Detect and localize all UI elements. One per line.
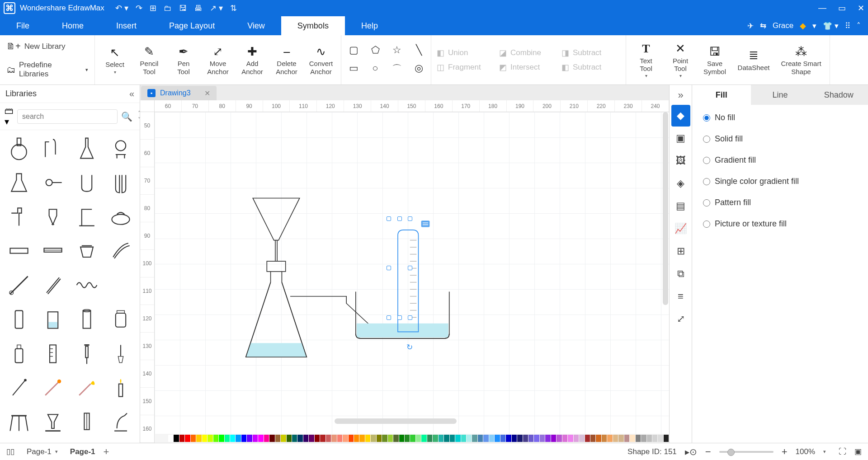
palette-swatch[interactable] <box>568 435 573 442</box>
user-dropdown-icon[interactable]: ▾ <box>812 21 816 31</box>
shape-tweezers[interactable] <box>37 270 70 300</box>
palette-swatch[interactable] <box>264 435 269 442</box>
shape-jar[interactable] <box>104 304 137 335</box>
menu-view[interactable]: View <box>231 16 281 35</box>
shape-tongs[interactable] <box>104 235 137 266</box>
palette-swatch[interactable] <box>275 435 280 442</box>
palette-swatch[interactable] <box>495 435 500 442</box>
palette-swatch[interactable] <box>664 435 669 442</box>
palette-swatch[interactable] <box>483 435 488 442</box>
shape-star[interactable]: ☆ <box>391 44 403 56</box>
palette-swatch[interactable] <box>579 435 584 442</box>
move-anchor-tool[interactable]: ⤢ Move Anchor <box>202 42 234 77</box>
palette-swatch[interactable] <box>500 435 505 442</box>
palette-swatch[interactable] <box>241 435 246 442</box>
shape-lit-match[interactable] <box>71 372 104 403</box>
shape-funnel-stand[interactable] <box>37 407 70 437</box>
drawing-canvas[interactable]: ↻ <box>155 112 669 434</box>
close-tab-icon[interactable]: ✕ <box>204 89 210 98</box>
menu-insert[interactable]: Insert <box>100 16 153 35</box>
palette-swatch[interactable] <box>517 435 522 442</box>
menu-home[interactable]: Home <box>46 16 100 35</box>
palette-swatch[interactable] <box>337 435 342 442</box>
palette-swatch[interactable] <box>427 435 432 442</box>
shape-thermometer-stand[interactable] <box>71 407 104 437</box>
canvas-vscrollbar[interactable] <box>663 112 668 305</box>
palette-swatch[interactable] <box>562 435 567 442</box>
palette-swatch[interactable] <box>213 435 218 442</box>
user-name[interactable]: Grace <box>773 21 793 30</box>
palette-swatch[interactable] <box>405 435 410 442</box>
export-icon[interactable]: ↗ ▾ <box>210 3 223 13</box>
single-gradient-fill-radio[interactable]: Single color gradient fill <box>703 177 857 186</box>
shape-line[interactable]: ╲ <box>413 44 425 56</box>
palette-swatch[interactable] <box>450 435 455 442</box>
collapse-libraries-icon[interactable]: « <box>129 89 134 99</box>
shadow-tab[interactable]: Shadow <box>809 85 868 105</box>
palette-swatch[interactable] <box>444 435 449 442</box>
chart-panel-icon[interactable]: 📈 <box>671 218 690 239</box>
shape-separating-funnel[interactable] <box>37 202 70 232</box>
palette-swatch[interactable] <box>613 435 618 442</box>
fit-page-icon[interactable]: ⛶ <box>839 447 846 456</box>
zoom-in-button[interactable]: + <box>782 446 788 458</box>
palette-swatch[interactable] <box>512 435 517 442</box>
shape-desiccator[interactable] <box>104 202 137 232</box>
open-file-icon[interactable]: 🗀 <box>164 4 172 13</box>
premium-badge-icon[interactable]: ◆ <box>800 21 806 31</box>
maximize-button[interactable]: ▭ <box>838 3 846 13</box>
shape-spiral[interactable]: ◎ <box>413 62 425 76</box>
palette-swatch[interactable] <box>523 435 528 442</box>
shape-bottle[interactable] <box>3 338 36 369</box>
zoom-value[interactable]: 100% <box>796 447 815 456</box>
shape-cylinder[interactable] <box>71 304 104 335</box>
shape-candle[interactable] <box>104 372 137 403</box>
palette-swatch[interactable] <box>478 435 483 442</box>
shape-beaker-filled[interactable] <box>37 304 70 335</box>
palette-swatch[interactable] <box>410 435 415 442</box>
fullscreen-icon[interactable]: ▣ <box>854 447 862 456</box>
grid-panel-icon[interactable]: ▣ <box>671 127 690 149</box>
canvas-hscrollbar[interactable] <box>335 418 457 424</box>
new-library-button[interactable]: 🗎+ New Library <box>4 39 91 53</box>
save-symbol-button[interactable]: 🖫 Save Symbol <box>698 42 731 77</box>
palette-swatch[interactable] <box>208 435 212 442</box>
selection-handle[interactable] <box>397 315 402 320</box>
shape-microscope[interactable] <box>104 407 137 437</box>
zoom-dropdown-icon[interactable]: ▾ <box>823 449 826 455</box>
shape-syringe[interactable] <box>71 338 104 369</box>
palette-swatch[interactable] <box>303 435 308 442</box>
palette-swatch[interactable] <box>349 435 354 442</box>
shape-u-tube[interactable] <box>71 167 104 198</box>
palette-swatch[interactable] <box>315 435 320 442</box>
transform-panel-icon[interactable]: ⤢ <box>671 308 690 330</box>
undo-icon[interactable]: ↶ ▾ <box>115 3 128 13</box>
options-icon[interactable]: ⇅ <box>230 3 237 13</box>
palette-swatch[interactable] <box>455 435 460 442</box>
solid-fill-radio[interactable]: Solid fill <box>703 134 857 144</box>
shape-volumetric-flask[interactable] <box>71 133 104 164</box>
palette-swatch[interactable] <box>416 435 421 442</box>
palette-swatch[interactable] <box>269 435 274 442</box>
shape-arc[interactable]: ⌒ <box>391 62 403 76</box>
palette-swatch[interactable] <box>399 435 404 442</box>
palette-swatch[interactable] <box>326 435 331 442</box>
menu-file[interactable]: File <box>0 16 46 35</box>
add-page-button[interactable]: + <box>104 446 109 458</box>
selection-handle[interactable] <box>387 216 391 221</box>
selection-handle[interactable] <box>397 216 402 221</box>
palette-swatch[interactable] <box>359 435 364 442</box>
apps-icon[interactable]: ⠿ <box>845 21 850 31</box>
align-panel-icon[interactable]: ≡ <box>671 286 690 307</box>
palette-swatch[interactable] <box>596 435 601 442</box>
palette-swatch[interactable] <box>331 435 336 442</box>
layers-panel-icon[interactable]: ◈ <box>671 173 690 194</box>
menu-help[interactable]: Help <box>345 16 394 35</box>
shape-dropper-apparatus[interactable] <box>37 133 70 164</box>
redo-icon[interactable]: ↷ <box>136 3 142 13</box>
close-button[interactable]: ✕ <box>858 3 864 13</box>
page-selector[interactable]: Page-1 ▾ <box>23 446 62 458</box>
shape-rounded-rect[interactable]: ▭ <box>348 62 359 76</box>
shape-tray[interactable] <box>3 235 36 266</box>
gradient-fill-radio[interactable]: Gradient fill <box>703 155 857 165</box>
